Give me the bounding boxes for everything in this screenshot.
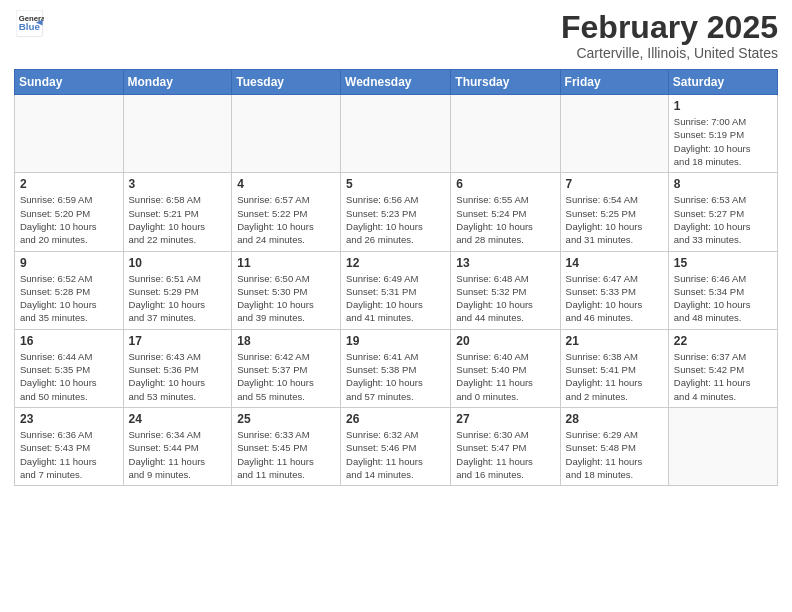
calendar-cell (341, 95, 451, 173)
weekday-header-row: SundayMondayTuesdayWednesdayThursdayFrid… (15, 70, 778, 95)
calendar-cell (560, 95, 668, 173)
day-info: Sunrise: 6:34 AM Sunset: 5:44 PM Dayligh… (129, 428, 227, 481)
day-info: Sunrise: 6:37 AM Sunset: 5:42 PM Dayligh… (674, 350, 772, 403)
day-number: 13 (456, 256, 554, 270)
day-info: Sunrise: 6:54 AM Sunset: 5:25 PM Dayligh… (566, 193, 663, 246)
day-info: Sunrise: 6:47 AM Sunset: 5:33 PM Dayligh… (566, 272, 663, 325)
day-number: 8 (674, 177, 772, 191)
day-number: 4 (237, 177, 335, 191)
day-number: 2 (20, 177, 118, 191)
title-block: February 2025 Carterville, Illinois, Uni… (561, 10, 778, 61)
calendar-cell: 2Sunrise: 6:59 AM Sunset: 5:20 PM Daylig… (15, 173, 124, 251)
main-title: February 2025 (561, 10, 778, 45)
calendar-cell: 1Sunrise: 7:00 AM Sunset: 5:19 PM Daylig… (668, 95, 777, 173)
day-info: Sunrise: 6:33 AM Sunset: 5:45 PM Dayligh… (237, 428, 335, 481)
weekday-header-friday: Friday (560, 70, 668, 95)
day-info: Sunrise: 7:00 AM Sunset: 5:19 PM Dayligh… (674, 115, 772, 168)
calendar-cell: 26Sunrise: 6:32 AM Sunset: 5:46 PM Dayli… (341, 407, 451, 485)
calendar-cell (232, 95, 341, 173)
day-info: Sunrise: 6:29 AM Sunset: 5:48 PM Dayligh… (566, 428, 663, 481)
day-number: 7 (566, 177, 663, 191)
weekday-header-tuesday: Tuesday (232, 70, 341, 95)
day-info: Sunrise: 6:42 AM Sunset: 5:37 PM Dayligh… (237, 350, 335, 403)
weekday-header-thursday: Thursday (451, 70, 560, 95)
subtitle: Carterville, Illinois, United States (561, 45, 778, 61)
calendar-cell: 14Sunrise: 6:47 AM Sunset: 5:33 PM Dayli… (560, 251, 668, 329)
day-number: 14 (566, 256, 663, 270)
day-number: 10 (129, 256, 227, 270)
day-number: 23 (20, 412, 118, 426)
calendar-week-row: 1Sunrise: 7:00 AM Sunset: 5:19 PM Daylig… (15, 95, 778, 173)
calendar-cell: 25Sunrise: 6:33 AM Sunset: 5:45 PM Dayli… (232, 407, 341, 485)
day-number: 22 (674, 334, 772, 348)
day-number: 1 (674, 99, 772, 113)
day-number: 3 (129, 177, 227, 191)
day-number: 18 (237, 334, 335, 348)
calendar-cell: 15Sunrise: 6:46 AM Sunset: 5:34 PM Dayli… (668, 251, 777, 329)
weekday-header-wednesday: Wednesday (341, 70, 451, 95)
page-container: General Blue February 2025 Carterville, … (0, 0, 792, 496)
day-info: Sunrise: 6:32 AM Sunset: 5:46 PM Dayligh… (346, 428, 445, 481)
day-number: 27 (456, 412, 554, 426)
day-info: Sunrise: 6:57 AM Sunset: 5:22 PM Dayligh… (237, 193, 335, 246)
weekday-header-sunday: Sunday (15, 70, 124, 95)
day-info: Sunrise: 6:44 AM Sunset: 5:35 PM Dayligh… (20, 350, 118, 403)
calendar-cell: 7Sunrise: 6:54 AM Sunset: 5:25 PM Daylig… (560, 173, 668, 251)
calendar-table: SundayMondayTuesdayWednesdayThursdayFrid… (14, 69, 778, 486)
weekday-header-monday: Monday (123, 70, 232, 95)
calendar-cell: 18Sunrise: 6:42 AM Sunset: 5:37 PM Dayli… (232, 329, 341, 407)
day-number: 17 (129, 334, 227, 348)
calendar-cell (668, 407, 777, 485)
logo-icon: General Blue (16, 10, 44, 38)
day-number: 12 (346, 256, 445, 270)
day-info: Sunrise: 6:55 AM Sunset: 5:24 PM Dayligh… (456, 193, 554, 246)
day-info: Sunrise: 6:49 AM Sunset: 5:31 PM Dayligh… (346, 272, 445, 325)
day-info: Sunrise: 6:46 AM Sunset: 5:34 PM Dayligh… (674, 272, 772, 325)
day-number: 21 (566, 334, 663, 348)
calendar-cell: 11Sunrise: 6:50 AM Sunset: 5:30 PM Dayli… (232, 251, 341, 329)
day-info: Sunrise: 6:53 AM Sunset: 5:27 PM Dayligh… (674, 193, 772, 246)
weekday-header-saturday: Saturday (668, 70, 777, 95)
day-info: Sunrise: 6:38 AM Sunset: 5:41 PM Dayligh… (566, 350, 663, 403)
calendar-cell: 10Sunrise: 6:51 AM Sunset: 5:29 PM Dayli… (123, 251, 232, 329)
calendar-cell: 28Sunrise: 6:29 AM Sunset: 5:48 PM Dayli… (560, 407, 668, 485)
calendar-cell: 23Sunrise: 6:36 AM Sunset: 5:43 PM Dayli… (15, 407, 124, 485)
day-info: Sunrise: 6:36 AM Sunset: 5:43 PM Dayligh… (20, 428, 118, 481)
day-info: Sunrise: 6:50 AM Sunset: 5:30 PM Dayligh… (237, 272, 335, 325)
day-info: Sunrise: 6:58 AM Sunset: 5:21 PM Dayligh… (129, 193, 227, 246)
day-number: 15 (674, 256, 772, 270)
calendar-cell: 22Sunrise: 6:37 AM Sunset: 5:42 PM Dayli… (668, 329, 777, 407)
day-info: Sunrise: 6:59 AM Sunset: 5:20 PM Dayligh… (20, 193, 118, 246)
calendar-week-row: 2Sunrise: 6:59 AM Sunset: 5:20 PM Daylig… (15, 173, 778, 251)
day-info: Sunrise: 6:51 AM Sunset: 5:29 PM Dayligh… (129, 272, 227, 325)
calendar-cell (15, 95, 124, 173)
day-number: 20 (456, 334, 554, 348)
day-number: 16 (20, 334, 118, 348)
day-number: 25 (237, 412, 335, 426)
day-info: Sunrise: 6:56 AM Sunset: 5:23 PM Dayligh… (346, 193, 445, 246)
calendar-cell (451, 95, 560, 173)
day-info: Sunrise: 6:40 AM Sunset: 5:40 PM Dayligh… (456, 350, 554, 403)
calendar-cell: 8Sunrise: 6:53 AM Sunset: 5:27 PM Daylig… (668, 173, 777, 251)
day-number: 28 (566, 412, 663, 426)
calendar-cell: 9Sunrise: 6:52 AM Sunset: 5:28 PM Daylig… (15, 251, 124, 329)
day-number: 26 (346, 412, 445, 426)
day-info: Sunrise: 6:52 AM Sunset: 5:28 PM Dayligh… (20, 272, 118, 325)
calendar-cell: 3Sunrise: 6:58 AM Sunset: 5:21 PM Daylig… (123, 173, 232, 251)
logo: General Blue (14, 10, 44, 42)
calendar-cell: 20Sunrise: 6:40 AM Sunset: 5:40 PM Dayli… (451, 329, 560, 407)
day-info: Sunrise: 6:41 AM Sunset: 5:38 PM Dayligh… (346, 350, 445, 403)
calendar-week-row: 16Sunrise: 6:44 AM Sunset: 5:35 PM Dayli… (15, 329, 778, 407)
calendar-cell: 16Sunrise: 6:44 AM Sunset: 5:35 PM Dayli… (15, 329, 124, 407)
calendar-cell: 6Sunrise: 6:55 AM Sunset: 5:24 PM Daylig… (451, 173, 560, 251)
calendar-cell: 5Sunrise: 6:56 AM Sunset: 5:23 PM Daylig… (341, 173, 451, 251)
header: General Blue February 2025 Carterville, … (14, 10, 778, 61)
calendar-cell (123, 95, 232, 173)
calendar-cell: 13Sunrise: 6:48 AM Sunset: 5:32 PM Dayli… (451, 251, 560, 329)
day-number: 5 (346, 177, 445, 191)
day-info: Sunrise: 6:43 AM Sunset: 5:36 PM Dayligh… (129, 350, 227, 403)
calendar-cell: 27Sunrise: 6:30 AM Sunset: 5:47 PM Dayli… (451, 407, 560, 485)
day-info: Sunrise: 6:48 AM Sunset: 5:32 PM Dayligh… (456, 272, 554, 325)
day-number: 11 (237, 256, 335, 270)
calendar-cell: 24Sunrise: 6:34 AM Sunset: 5:44 PM Dayli… (123, 407, 232, 485)
